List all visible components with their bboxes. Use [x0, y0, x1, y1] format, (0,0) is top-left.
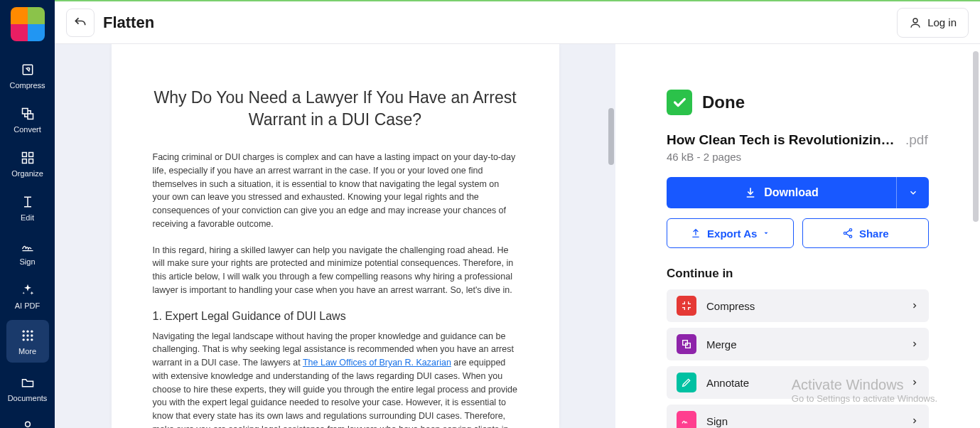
- check-icon: [672, 95, 687, 110]
- done-text: Done: [702, 92, 745, 112]
- topbar: Flatten Log in: [55, 0, 980, 44]
- svg-point-13: [22, 338, 24, 341]
- download-button[interactable]: Download: [667, 177, 896, 208]
- share-icon: [842, 228, 854, 239]
- svg-point-11: [26, 334, 28, 336]
- export-icon: [690, 228, 701, 239]
- sidebar-item-convert[interactable]: Convert: [0, 97, 55, 141]
- download-menu-button[interactable]: [896, 177, 929, 208]
- sidebar-item-label: Sign: [19, 257, 35, 266]
- continue-item-annotate[interactable]: Annotate: [667, 366, 929, 399]
- continue-item-label: Sign: [706, 415, 900, 427]
- doc-paragraph: In this regard, hiring a skilled lawyer …: [153, 244, 518, 297]
- svg-point-12: [31, 334, 33, 336]
- sidebar-item-documents[interactable]: Documents: [0, 365, 55, 410]
- file-name: How Clean Tech is Revolutionizing th…: [667, 132, 901, 148]
- sidebar-item-account[interactable]: [0, 410, 55, 428]
- file-meta: 46 kB - 2 pages: [667, 151, 929, 163]
- continue-item-label: Merge: [706, 338, 900, 351]
- download-label: Download: [764, 186, 818, 199]
- result-panel: Done How Clean Tech is Revolutionizing t…: [615, 44, 980, 428]
- continue-in-title: Continue in: [667, 267, 929, 281]
- svg-point-7: [22, 331, 24, 333]
- doc-link[interactable]: The Law Offices of Bryan R. Kazarian: [303, 358, 451, 368]
- sidebar-item-organize[interactable]: Organize: [0, 141, 55, 185]
- done-badge: [667, 90, 692, 115]
- undo-icon: [73, 16, 87, 30]
- sidebar-item-label: Edit: [21, 213, 34, 222]
- user-icon: [19, 418, 36, 428]
- convert-icon: [19, 105, 36, 122]
- continue-item-sign[interactable]: Sign: [667, 405, 929, 428]
- share-button[interactable]: Share: [802, 218, 930, 248]
- svg-rect-2: [28, 114, 33, 119]
- sidebar-item-label: Compress: [9, 81, 45, 90]
- sidebar-item-label: Organize: [11, 169, 43, 178]
- undo-button[interactable]: [66, 9, 95, 37]
- download-icon: [744, 186, 757, 199]
- chevron-right-icon: [910, 301, 919, 310]
- svg-point-8: [26, 331, 28, 333]
- doc-heading: Why Do You Need a Lawyer If You Have an …: [153, 87, 518, 131]
- compress-icon: [19, 61, 36, 78]
- sparkle-icon: [19, 282, 36, 299]
- doc-paragraph: Navigating the legal landscape without h…: [153, 330, 518, 428]
- sidebar-item-label: Documents: [8, 394, 48, 402]
- sidebar-item-label: More: [18, 347, 36, 355]
- sidebar-item-sign[interactable]: Sign: [0, 229, 55, 273]
- app-logo[interactable]: [11, 7, 45, 41]
- sidebar-item-label: Convert: [14, 125, 41, 134]
- svg-point-10: [22, 334, 24, 336]
- page-title: Flatten: [103, 14, 154, 32]
- organize-icon: [19, 149, 36, 166]
- sidebar: Compress Convert Organize Edit Sign: [0, 0, 55, 428]
- export-as-button[interactable]: Export As: [667, 218, 794, 248]
- chevron-right-icon: [910, 340, 919, 348]
- svg-rect-1: [22, 109, 28, 114]
- sidebar-item-label: AI PDF: [15, 301, 40, 310]
- annotate-icon: [677, 373, 696, 392]
- grid-icon: [19, 327, 36, 344]
- chevron-right-icon: [910, 378, 919, 387]
- svg-rect-6: [28, 159, 33, 164]
- login-button[interactable]: Log in: [897, 8, 969, 38]
- document-viewer[interactable]: Why Do You Need a Lawyer If You Have an …: [55, 44, 615, 428]
- scrollbar-thumb[interactable]: [973, 51, 979, 222]
- svg-point-16: [25, 422, 30, 427]
- continue-item-compress[interactable]: Compress: [667, 289, 929, 322]
- chevron-right-icon: [910, 417, 919, 425]
- folder-icon: [19, 374, 36, 391]
- login-label: Log in: [927, 16, 957, 28]
- continue-item-label: Annotate: [706, 377, 900, 389]
- sidebar-item-compress[interactable]: Compress: [0, 53, 55, 97]
- pdf-page: Why Do You Need a Lawyer If You Have an …: [112, 44, 559, 428]
- sidebar-item-ai-pdf[interactable]: AI PDF: [0, 273, 55, 317]
- svg-rect-3: [22, 153, 26, 157]
- doc-subheading: 1. Expert Legal Guidance of DUI Laws: [153, 310, 518, 323]
- sidebar-item-more[interactable]: More: [6, 320, 49, 363]
- sign-icon: [19, 237, 36, 255]
- edit-icon: [19, 193, 36, 210]
- caret-down-icon: [763, 230, 770, 237]
- svg-point-17: [913, 18, 917, 23]
- user-icon: [909, 16, 922, 29]
- sign-icon: [677, 411, 696, 428]
- sidebar-item-edit[interactable]: Edit: [0, 185, 55, 229]
- svg-point-15: [31, 338, 33, 341]
- chevron-down-icon: [908, 188, 918, 198]
- share-label: Share: [859, 228, 889, 240]
- svg-point-9: [31, 331, 33, 333]
- file-extension: .pdf: [905, 132, 928, 148]
- svg-rect-5: [22, 159, 26, 164]
- continue-item-label: Compress: [706, 300, 900, 312]
- doc-paragraph: Facing criminal or DUI charges is comple…: [153, 151, 518, 231]
- continue-item-merge[interactable]: Merge: [667, 328, 929, 360]
- compress-icon: [677, 296, 696, 316]
- export-label: Export As: [707, 228, 757, 240]
- scrollbar-thumb[interactable]: [608, 108, 614, 165]
- svg-point-14: [26, 338, 28, 341]
- svg-rect-4: [28, 153, 33, 157]
- merge-icon: [677, 334, 696, 354]
